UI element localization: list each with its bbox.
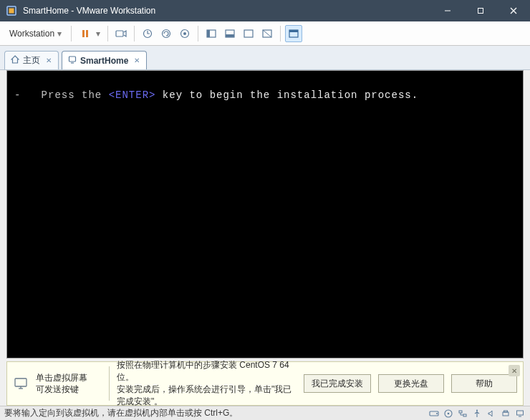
help-button[interactable]: 帮助	[451, 374, 517, 393]
svg-rect-1	[9, 9, 14, 14]
info-left-line1: 单击虚拟屏幕	[36, 372, 102, 384]
svg-rect-14	[207, 30, 210, 37]
minimize-button[interactable]	[431, 0, 464, 21]
chevron-down-icon: ▾	[94, 29, 102, 39]
install-done-button[interactable]: 我已完成安装	[304, 374, 371, 393]
title-bar: SmartHome - VMware Workstation	[0, 0, 530, 21]
status-bar: 要将输入定向到该虚拟机，请在虚拟机内部单击或按 Ctrl+G。	[0, 406, 530, 420]
pause-icon	[77, 25, 94, 42]
status-device-icons	[428, 408, 526, 419]
sound-icon[interactable]	[486, 408, 497, 419]
svg-line-19	[263, 30, 271, 37]
maximize-button[interactable]	[464, 0, 497, 21]
svg-rect-3	[478, 9, 483, 14]
view-console-button[interactable]	[221, 25, 238, 42]
window-controls	[431, 0, 530, 21]
svg-rect-24	[15, 379, 26, 386]
tab-close-button[interactable]: ✕	[132, 56, 142, 66]
tab-home[interactable]: 主页 ✕	[4, 51, 59, 69]
info-close-button[interactable]: ✕	[509, 365, 520, 376]
svg-point-28	[436, 413, 438, 414]
svg-point-33	[476, 409, 478, 411]
toolbar-separator	[71, 26, 72, 41]
status-message: 要将输入定向到该虚拟机，请在虚拟机内部单击或按 Ctrl+G。	[4, 407, 238, 419]
svg-rect-17	[244, 30, 253, 37]
console-output: - Press the <ENTER> key to begin the ins…	[7, 71, 523, 119]
install-info-bar: 单击虚拟屏幕 可发送按键 按照在物理计算机中的步骤安装 CentOS 7 64 …	[6, 361, 524, 406]
svg-rect-8	[116, 31, 123, 36]
tab-strip: 主页 ✕ SmartHome ✕	[0, 46, 530, 70]
view-sidebar-button[interactable]	[203, 25, 220, 42]
svg-point-12	[183, 32, 186, 35]
toolbar-separator	[198, 26, 198, 41]
workstation-menu[interactable]: Workstation ▾	[4, 26, 67, 41]
info-divider	[109, 366, 110, 401]
svg-rect-31	[459, 411, 462, 413]
hdd-icon[interactable]	[428, 408, 440, 419]
console-enter-key: <ENTER>	[109, 89, 156, 101]
monitor-icon	[13, 377, 29, 390]
console-text-suffix: key to begin the installation process.	[155, 89, 418, 101]
tab-label: SmartHome	[80, 56, 128, 66]
svg-rect-34	[503, 412, 509, 416]
pause-button[interactable]: ▾	[76, 24, 103, 43]
view-fullscreen-button[interactable]	[259, 25, 276, 42]
svg-rect-22	[69, 57, 76, 62]
tab-smarthome[interactable]: SmartHome ✕	[62, 51, 147, 69]
svg-rect-21	[289, 30, 298, 32]
console-text-prefix: - Press the	[14, 89, 109, 101]
svg-rect-36	[517, 411, 524, 415]
svg-point-30	[448, 412, 450, 414]
svg-rect-6	[82, 30, 85, 37]
svg-rect-7	[86, 30, 88, 37]
app-icon	[6, 5, 17, 16]
toolbar-separator	[107, 26, 108, 41]
guest-display[interactable]: - Press the <ENTER> key to begin the ins…	[6, 70, 524, 358]
info-message: 按照在物理计算机中的步骤安装 CentOS 7 64 位。 安装完成后，操作系统…	[117, 359, 297, 407]
toolbar: Workstation ▾ ▾	[0, 21, 530, 46]
change-disc-button[interactable]: 更换光盘	[378, 374, 444, 393]
window-title: SmartHome - VMware Workstation	[23, 6, 431, 16]
svg-rect-35	[504, 411, 508, 412]
info-left-line2: 可发送按键	[36, 384, 102, 395]
view-unity-button[interactable]	[285, 25, 302, 42]
toolbar-separator	[134, 26, 135, 41]
tab-label: 主页	[23, 54, 40, 67]
printer-icon[interactable]	[500, 408, 511, 419]
snapshot-take-button[interactable]	[139, 25, 156, 42]
workstation-menu-label: Workstation	[9, 29, 54, 39]
info-buttons: 我已完成安装 更换光盘 帮助	[304, 374, 517, 393]
svg-rect-16	[226, 34, 234, 37]
toolbar-separator	[280, 26, 281, 41]
cd-icon[interactable]	[443, 408, 454, 419]
send-ctrl-alt-del-button[interactable]	[112, 25, 130, 42]
close-button[interactable]	[497, 0, 530, 21]
snapshot-revert-button[interactable]	[158, 25, 175, 42]
vm-icon	[68, 55, 77, 66]
display-icon[interactable]	[514, 408, 526, 419]
chevron-down-icon: ▾	[57, 29, 62, 39]
view-stretch-button[interactable]	[240, 25, 257, 42]
svg-point-10	[163, 29, 170, 37]
snapshot-manage-button[interactable]	[176, 25, 193, 42]
usb-icon[interactable]	[471, 408, 483, 419]
home-icon	[11, 55, 19, 66]
svg-rect-32	[463, 414, 466, 416]
network-icon[interactable]	[457, 408, 468, 419]
info-left-hint: 单击虚拟屏幕 可发送按键	[36, 372, 102, 395]
tab-close-button[interactable]: ✕	[44, 56, 54, 66]
